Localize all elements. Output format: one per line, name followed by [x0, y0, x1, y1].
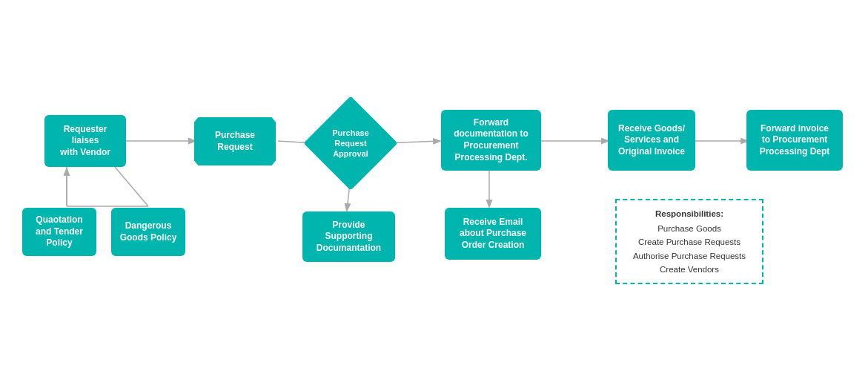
requester-shape: Requester liaises with Vendor	[44, 115, 126, 167]
receive-goods-label: Receive Goods/ Services and Original Inv…	[618, 123, 685, 158]
provide-doc-label: Provide Supporting Documantation	[317, 220, 381, 255]
quotation-label: Quaotation and Tender Policy	[36, 214, 83, 249]
dangerous-label: Dangerous Goods Policy	[120, 220, 177, 243]
diagram: Requester liaises with Vendor Quaotation…	[0, 0, 868, 371]
responsibilities-title: Responsibilities:	[655, 207, 723, 220]
receive-email-shape: Receive Email about Purchase Order Creat…	[445, 208, 541, 260]
resp-item-2: Create Purchase Requests	[638, 235, 741, 249]
purchase-request-label: Purchase Request	[215, 130, 255, 153]
purchase-request-shape: Purchase Request	[194, 117, 276, 165]
forward-invoice-shape: Forward invoice to Procurement Processin…	[746, 110, 843, 171]
forward-invoice-label: Forward invoice to Procurement Processin…	[760, 123, 830, 158]
responsibilities-box: Responsibilities: Purchase Goods Create …	[615, 199, 763, 284]
provide-doc-shape: Provide Supporting Documantation	[302, 211, 395, 262]
resp-item-1: Purchase Goods	[657, 222, 721, 235]
purchase-approval-label: Purchase Request Approval	[317, 128, 384, 160]
connectors	[0, 0, 868, 371]
receive-goods-shape: Receive Goods/ Services and Original Inv…	[608, 110, 695, 171]
forward-doc-shape: Forward documentation to Procurement Pro…	[441, 110, 541, 171]
quotation-shape: Quaotation and Tender Policy	[22, 208, 96, 256]
svg-line-6	[115, 167, 148, 206]
forward-doc-label: Forward documentation to Procurement Pro…	[454, 117, 529, 163]
resp-item-4: Create Vendors	[660, 263, 719, 276]
receive-email-label: Receive Email about Purchase Order Creat…	[460, 217, 526, 252]
dangerous-shape: Dangerous Goods Policy	[111, 208, 185, 256]
purchase-approval-shape: Purchase Request Approval	[317, 110, 384, 177]
requester-label: Requester liaises with Vendor	[60, 124, 110, 159]
resp-item-3: Authorise Purchase Requests	[633, 249, 746, 263]
